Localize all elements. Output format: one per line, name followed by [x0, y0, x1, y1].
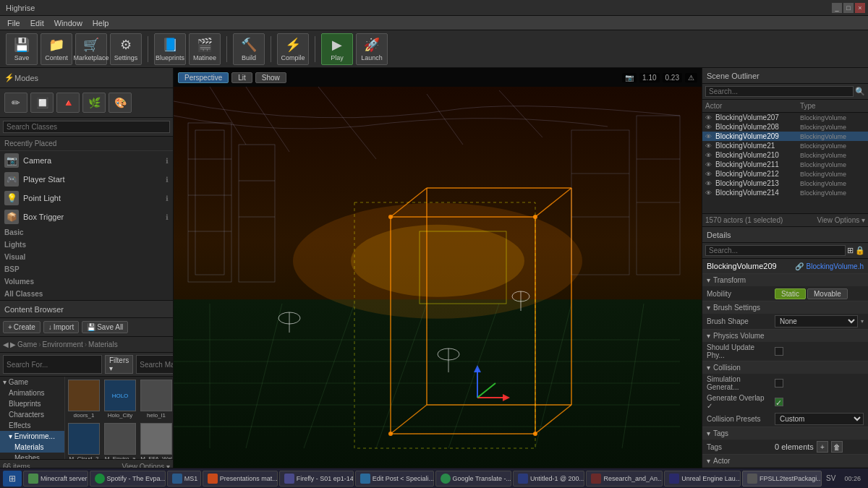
maximize-button[interactable]: □: [843, 3, 854, 13]
asset-m-enviro[interactable]: M_Enviro_assets_01: [103, 421, 137, 459]
tool-select[interactable]: ✏: [4, 93, 27, 113]
tb-presentations[interactable]: Presentations mat...: [203, 471, 278, 487]
vp-lit-btn[interactable]: Lit: [231, 72, 252, 83]
asset-doors1[interactable]: doors_1: [67, 378, 101, 420]
category-bsp[interactable]: BSP: [0, 263, 173, 275]
asset-holo-city[interactable]: HOLOHolo_City: [103, 378, 137, 420]
nav-materials[interactable]: Materials: [88, 341, 118, 348]
cb-search-input[interactable]: [3, 355, 102, 374]
brush-settings-header[interactable]: ▾ Brush Settings: [702, 301, 868, 314]
materials-search-input[interactable]: [136, 355, 173, 374]
tree-item-effects[interactable]: Effects: [0, 420, 64, 431]
asset-m-cloud-2[interactable]: M_Cloud_2: [67, 421, 101, 459]
tb-research[interactable]: Research_and_An...: [586, 471, 663, 487]
tb-editpost[interactable]: Edit Post < Speciali...: [355, 471, 434, 487]
dp-link-icon[interactable]: 🔗: [795, 262, 804, 270]
dp-actor-link[interactable]: BlockingVolume.h: [807, 262, 864, 270]
brush-shape-expand[interactable]: ▾: [861, 318, 864, 325]
tb-minecraft[interactable]: Minecraft server: [23, 471, 88, 487]
minimize-button[interactable]: _: [832, 3, 842, 13]
tags-remove-btn[interactable]: 🗑: [831, 441, 843, 453]
category-visual[interactable]: Visual: [0, 251, 173, 263]
asset-helo-l1[interactable]: helo_l1: [139, 378, 173, 420]
nav-environment[interactable]: Environment: [43, 341, 83, 348]
actor-section-header[interactable]: ▾ Actor: [702, 455, 868, 467]
category-all-classes[interactable]: All Classes: [0, 288, 173, 300]
brush-shape-select[interactable]: None: [775, 315, 858, 328]
mobility-static-btn[interactable]: Static: [775, 288, 806, 299]
compile-button[interactable]: ⚡ Compile: [277, 33, 309, 65]
close-button[interactable]: ×: [855, 3, 865, 13]
so-item-207[interactable]: 👁 BlockingVolume207 BlockingVolume: [702, 113, 868, 122]
so-item-208[interactable]: 👁 BlockingVolume208 BlockingVolume: [702, 122, 868, 132]
physics-volume-header[interactable]: ▾ Physics Volume: [702, 330, 868, 342]
tree-item-blueprints[interactable]: Blueprints: [0, 398, 64, 409]
blueprints-button[interactable]: 📘 Blueprints: [154, 33, 186, 65]
so-item-21[interactable]: 👁 BlockingVolume21 BlockingVolume: [702, 141, 868, 150]
category-volumes[interactable]: Volumes: [0, 275, 173, 288]
so-item-213[interactable]: 👁 BlockingVolume213 BlockingVolume: [702, 179, 868, 188]
place-item-pointlight[interactable]: 💡 Point Light ℹ: [0, 189, 173, 207]
start-button[interactable]: ⊞: [3, 471, 22, 487]
dp-layout-icon[interactable]: ⊞: [847, 246, 854, 255]
so-item-211[interactable]: 👁 BlockingVolume211 BlockingVolume: [702, 160, 868, 169]
so-item-209[interactable]: 👁 BlockingVolume209 BlockingVolume: [702, 132, 868, 141]
vp-perspective-btn[interactable]: Perspective: [178, 72, 229, 83]
nav-back-btn[interactable]: ◀: [3, 341, 9, 348]
should-update-checkbox[interactable]: [775, 347, 783, 356]
so-item-212[interactable]: 👁 BlockingVolume212 BlockingVolume: [702, 169, 868, 179]
mobility-movable-btn[interactable]: Movable: [807, 288, 848, 299]
build-button[interactable]: 🔨 Build: [233, 33, 265, 65]
category-basic[interactable]: Basic: [0, 226, 173, 239]
tb-ms1[interactable]: MS1: [167, 471, 201, 487]
marketplace-button[interactable]: 🛒 Marketplace: [75, 33, 107, 65]
menu-file[interactable]: File: [3, 19, 25, 27]
tool-foliage[interactable]: 🌿: [82, 93, 106, 113]
nav-forward-btn[interactable]: ▶: [10, 341, 16, 348]
tool-rect[interactable]: 🔲: [30, 93, 54, 113]
tool-paint[interactable]: 🎨: [109, 93, 132, 113]
dp-search-input[interactable]: [705, 245, 846, 256]
menu-help[interactable]: Help: [88, 19, 114, 27]
tree-item-game[interactable]: ▾ Game: [0, 377, 64, 388]
so-item-214[interactable]: 👁 BlockingVolume214 BlockingVolume: [702, 188, 868, 197]
collision-presets-select[interactable]: Custom: [775, 413, 864, 425]
menu-edit[interactable]: Edit: [26, 19, 48, 27]
content-button[interactable]: 📁 Content: [41, 33, 72, 65]
settings-button[interactable]: ⚙ Settings: [110, 33, 142, 65]
save-button[interactable]: 💾 Save: [6, 33, 38, 65]
place-item-playerstart[interactable]: 🎮 Player Start ℹ: [0, 170, 173, 189]
so-item-210[interactable]: 👁 BlockingVolume210 BlockingVolume: [702, 150, 868, 160]
dp-lock-icon[interactable]: 🔒: [855, 246, 865, 255]
sim-gen-checkbox[interactable]: [775, 379, 783, 388]
matinee-button[interactable]: 🎬 Matinee: [189, 33, 221, 65]
collision-header[interactable]: ▾ Collision: [702, 361, 868, 374]
place-item-camera[interactable]: 📷 Camera ℹ: [0, 151, 173, 170]
tree-item-meshes[interactable]: Meshes: [0, 453, 64, 459]
tree-item-characters[interactable]: Characters: [0, 409, 64, 420]
gen-overlap-checkbox[interactable]: ✓: [775, 398, 783, 406]
tb-untitled[interactable]: Untitled-1 @ 200...: [513, 471, 584, 487]
filter-button[interactable]: Filters ▾: [105, 355, 133, 374]
transform-header[interactable]: ▾ Transform: [702, 274, 868, 286]
launch-button[interactable]: 🚀 Launch: [356, 33, 388, 65]
import-button[interactable]: ↓ Import: [43, 321, 79, 333]
tb-google-translate[interactable]: Google Translate -...: [435, 471, 511, 487]
tags-header[interactable]: ▾ Tags: [702, 427, 868, 440]
place-item-boxtrigger[interactable]: 📦 Box Trigger ℹ: [0, 207, 173, 226]
category-lights[interactable]: Lights: [0, 239, 173, 251]
play-button[interactable]: ▶ Play: [321, 33, 353, 65]
so-search-input[interactable]: [705, 86, 854, 97]
create-button[interactable]: + Create: [3, 321, 41, 333]
tool-geometry[interactable]: 🔺: [56, 93, 80, 113]
nav-game[interactable]: Game: [17, 341, 37, 348]
asset-m-ffa-wallplate[interactable]: M_FFA_WallPlate: [139, 421, 173, 459]
tree-item-materials[interactable]: Materials: [0, 442, 64, 453]
so-view-options[interactable]: View Options ▾: [817, 216, 865, 224]
viewport[interactable]: Perspective Lit Show 📷 1.10 0.23 ⚠: [174, 68, 702, 488]
menu-window[interactable]: Window: [50, 19, 87, 27]
vp-show-btn[interactable]: Show: [255, 72, 286, 83]
tags-add-btn[interactable]: +: [817, 441, 828, 453]
save-all-button[interactable]: 💾 Save All: [82, 321, 128, 333]
search-classes-input[interactable]: [3, 121, 170, 133]
